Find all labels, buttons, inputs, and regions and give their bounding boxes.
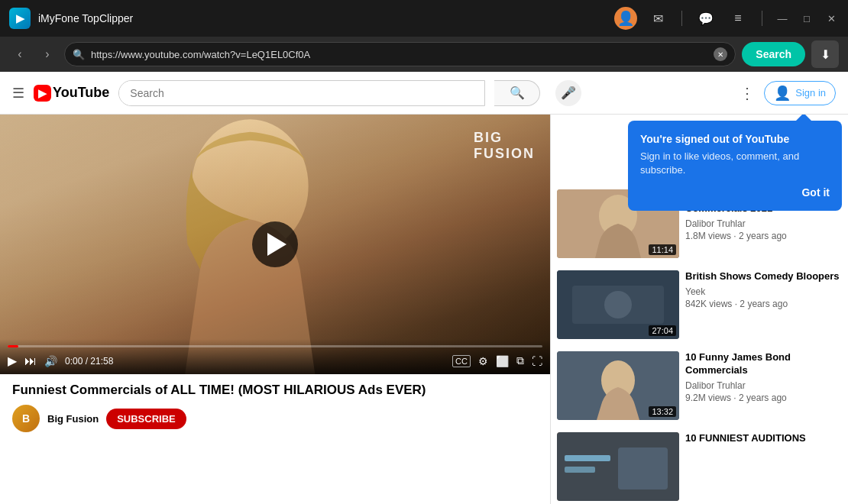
- user-avatar-icon[interactable]: 👤: [614, 7, 637, 30]
- sidebar-channel-3: Dalibor Truhlar: [685, 380, 842, 391]
- volume-icon[interactable]: 🔊: [44, 355, 57, 367]
- youtube-header: ☰ ▶ YouTube 🔍 🎤 ⋮ 👤 Sign in: [0, 72, 848, 115]
- svg-rect-11: [565, 467, 595, 473]
- url-bar: 🔍 ✕: [64, 42, 736, 66]
- youtube-mic-button[interactable]: 🎤: [555, 80, 581, 106]
- fullscreen-icon[interactable]: ⛶: [532, 355, 542, 367]
- content-area: ☰ ▶ YouTube 🔍 🎤 ⋮ 👤 Sign in: [0, 72, 848, 504]
- sidebar-video-title-2: British Shows Comedy Bloopers: [685, 270, 842, 283]
- divider2: [762, 11, 762, 26]
- sidebar-videos-list: 11:14 10 Best Super Bowl Commercials 202…: [551, 183, 848, 504]
- close-button[interactable]: ✕: [824, 11, 839, 26]
- channel-row: B Big Fusion SUBSCRIBE: [12, 405, 538, 432]
- video-player[interactable]: BIG FUSION ▶ ⏭ 🔊 0:00 / 21:58: [0, 115, 550, 374]
- video-controls: ▶ ⏭ 🔊 0:00 / 21:58 CC ⚙ ⬜ ⧉ ⛶: [0, 339, 550, 374]
- url-input[interactable]: [91, 49, 707, 60]
- sidebar-thumb-2: 27:04: [557, 270, 679, 339]
- thumb-svg-4: [557, 432, 679, 501]
- svg-rect-12: [618, 447, 668, 489]
- play-button[interactable]: [252, 221, 298, 267]
- skip-icon[interactable]: ⏭: [24, 354, 37, 368]
- controls-right: CC ⚙ ⬜ ⧉ ⛶: [452, 354, 542, 367]
- sidebar-video-item-2[interactable]: 27:04 British Shows Comedy Bloopers Yeek…: [551, 264, 848, 345]
- theater-icon[interactable]: ⬜: [496, 355, 509, 367]
- video-section: BIG FUSION ▶ ⏭ 🔊 0:00 / 21:58: [0, 115, 550, 504]
- settings-icon[interactable]: ⚙: [478, 355, 488, 367]
- sidebar-video-info-2: British Shows Comedy Bloopers Yeek 842K …: [685, 270, 842, 339]
- youtube-signin-button[interactable]: 👤 Sign in: [764, 81, 836, 105]
- miniplayer-icon[interactable]: ⧉: [516, 354, 524, 367]
- tooltip-got-it-area: Got it: [640, 186, 830, 199]
- time-display: 0:00 / 21:58: [65, 356, 113, 367]
- progress-fill: [8, 345, 18, 347]
- youtube-logo-text: YouTube: [53, 85, 109, 101]
- youtube-logo[interactable]: ▶ YouTube: [34, 85, 109, 102]
- svg-rect-10: [565, 455, 610, 461]
- channel-avatar: B: [12, 405, 40, 432]
- youtube-search-bar: [118, 80, 485, 106]
- youtube-main: BIG FUSION ▶ ⏭ 🔊 0:00 / 21:58: [0, 115, 848, 504]
- url-clear-button[interactable]: ✕: [714, 47, 727, 61]
- back-button[interactable]: ‹: [9, 44, 31, 65]
- thumb-duration-2: 27:04: [649, 325, 676, 336]
- sidebar-thumb-3: 13:32: [557, 351, 679, 420]
- url-search-icon: 🔍: [73, 49, 85, 60]
- sidebar-video-title-3: 10 Funny James Bond Commercials: [685, 351, 842, 377]
- app-title: iMyFone TopClipper: [38, 12, 607, 24]
- sidebar-video-info-3: 10 Funny James Bond Commercials Dalibor …: [685, 351, 842, 420]
- nav-bar: ‹ › 🔍 ✕ Search ⬇: [0, 37, 848, 72]
- thumb-duration-1: 11:14: [649, 244, 676, 255]
- video-overlay-text: BIG FUSION: [474, 130, 535, 162]
- title-bar: ▶ iMyFone TopClipper 👤 ✉ 💬 ≡ — □ ✕: [0, 0, 848, 37]
- youtube-search-input[interactable]: [119, 81, 484, 105]
- sidebar-meta-3: 9.2M views · 2 years ago: [685, 393, 842, 403]
- youtube-menu-icon[interactable]: ☰: [12, 85, 24, 102]
- got-it-button[interactable]: Got it: [801, 186, 830, 199]
- sidebar-meta-2: 842K views · 2 years ago: [685, 299, 842, 309]
- sidebar-meta-1: 1.8M views · 2 years ago: [685, 231, 842, 241]
- title-bar-icons: 👤 ✉ 💬 ≡ — □ ✕: [614, 7, 839, 30]
- youtube-tooltip: You're signed out of YouTube Sign in to …: [628, 121, 842, 211]
- tooltip-description: Sign in to like videos, comment, and sub…: [640, 150, 830, 177]
- menu-icon[interactable]: ≡: [727, 7, 749, 30]
- play-pause-icon[interactable]: ▶: [8, 354, 17, 368]
- forward-button[interactable]: ›: [37, 44, 58, 65]
- tooltip-title: You're signed out of YouTube: [640, 133, 830, 145]
- sidebar-video-item-3[interactable]: 13:32 10 Funny James Bond Commercials Da…: [551, 345, 848, 426]
- video-title: Funniest Commercials of ALL TIME! (MOST …: [12, 382, 538, 399]
- youtube-signin-label: Sign in: [795, 87, 826, 99]
- controls-row: ▶ ⏭ 🔊 0:00 / 21:58 CC ⚙ ⬜ ⧉ ⛶: [8, 354, 542, 368]
- youtube-header-right: ⋮ 👤 Sign in: [740, 81, 836, 105]
- search-button[interactable]: Search: [742, 42, 805, 66]
- sidebar-channel-1: Dalibor Truhlar: [685, 218, 842, 229]
- video-info: Funniest Commercials of ALL TIME! (MOST …: [0, 374, 550, 440]
- sidebar-video-info-4: 10 FUNNIEST AUDITIONS: [685, 432, 842, 501]
- download-icon-button[interactable]: ⬇: [811, 40, 839, 68]
- minimize-button[interactable]: —: [775, 11, 790, 26]
- sidebar: You're signed out of YouTube Sign in to …: [550, 115, 848, 504]
- youtube-user-icon: 👤: [774, 85, 791, 102]
- youtube-more-icon[interactable]: ⋮: [740, 84, 755, 102]
- video-thumbnail: BIG FUSION: [0, 115, 550, 374]
- channel-name: Big Fusion: [47, 413, 99, 425]
- app-logo-icon: ▶: [9, 8, 31, 29]
- chat-icon[interactable]: 💬: [694, 7, 717, 30]
- subscribe-button[interactable]: SUBSCRIBE: [106, 409, 186, 429]
- sidebar-thumb-4: [557, 432, 679, 501]
- tooltip-arrow: [796, 115, 811, 121]
- youtube-search-button[interactable]: 🔍: [494, 80, 540, 106]
- captions-icon[interactable]: CC: [452, 355, 471, 367]
- thumb-duration-3: 13:32: [649, 406, 676, 417]
- sidebar-video-item-4[interactable]: 10 FUNNIEST AUDITIONS: [551, 426, 848, 504]
- maximize-button[interactable]: □: [799, 11, 814, 26]
- youtube-logo-icon: ▶: [34, 85, 51, 102]
- svg-point-6: [604, 291, 632, 318]
- sidebar-channel-2: Yeek: [685, 286, 842, 297]
- play-triangle-icon: [267, 233, 286, 256]
- mail-icon[interactable]: ✉: [646, 7, 669, 30]
- divider: [681, 11, 682, 26]
- progress-bar[interactable]: [8, 345, 542, 347]
- sidebar-video-title-4: 10 FUNNIEST AUDITIONS: [685, 432, 842, 445]
